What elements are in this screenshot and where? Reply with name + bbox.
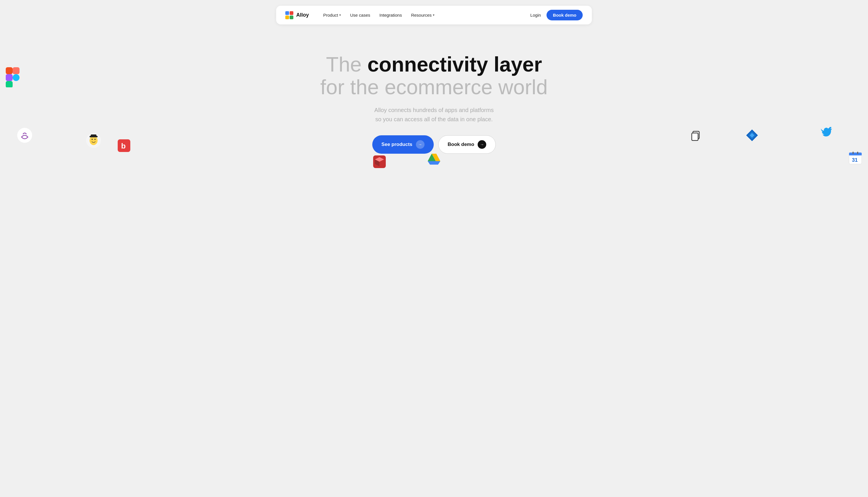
navbar-wrapper: Alloy Product ▾ Use cases Integrations R… xyxy=(0,0,868,30)
alloy-logo-icon xyxy=(285,11,293,19)
svg-rect-13 xyxy=(692,133,698,141)
login-button[interactable]: Login xyxy=(530,13,541,17)
see-products-arrow-icon: → xyxy=(416,140,425,149)
svg-point-17 xyxy=(94,139,95,140)
hero-section: b The connectivity layer for the ecommer… xyxy=(0,30,868,165)
shogun-icon xyxy=(17,128,32,143)
bolt-icon: b xyxy=(118,139,130,152)
chevron-down-icon: ▾ xyxy=(339,13,341,17)
google-calendar-icon: 31 xyxy=(849,151,862,165)
nav-integrations[interactable]: Integrations xyxy=(380,13,402,17)
svg-rect-7 xyxy=(6,81,13,88)
google-drive-icon xyxy=(428,153,440,165)
twitter-icon xyxy=(821,125,834,138)
svg-text:b: b xyxy=(121,142,126,150)
svg-rect-0 xyxy=(285,11,289,15)
svg-marker-33 xyxy=(428,161,440,165)
figma-icon xyxy=(6,70,19,84)
svg-rect-19 xyxy=(91,134,97,137)
hero-title-part1: The xyxy=(326,53,367,76)
book-demo-arrow-icon: → xyxy=(477,140,486,149)
nav-use-cases[interactable]: Use cases xyxy=(350,13,370,17)
svg-rect-27 xyxy=(857,152,858,154)
book-demo-nav-button[interactable]: Book demo xyxy=(546,10,583,20)
hero-buttons: See products → Book demo → xyxy=(372,135,496,154)
svg-rect-4 xyxy=(6,67,13,74)
nav-actions: Login Book demo xyxy=(530,10,583,20)
svg-rect-26 xyxy=(853,152,854,154)
nav-logo[interactable]: Alloy xyxy=(285,11,309,19)
cube-icon xyxy=(373,155,386,168)
navbar: Alloy Product ▾ Use cases Integrations R… xyxy=(276,6,592,25)
hero-title-bold: connectivity layer xyxy=(367,53,542,76)
svg-rect-6 xyxy=(6,74,13,81)
mailchimp-icon xyxy=(86,133,101,148)
mparticle-icon xyxy=(745,128,759,142)
chevron-down-icon: ▾ xyxy=(433,13,435,17)
svg-text:31: 31 xyxy=(852,157,858,163)
book-demo-hero-button[interactable]: Book demo → xyxy=(438,135,496,154)
svg-point-8 xyxy=(13,74,19,81)
copy-icon xyxy=(691,131,702,141)
nav-links: Product ▾ Use cases Integrations Resourc… xyxy=(323,13,519,17)
see-products-button[interactable]: See products → xyxy=(372,135,434,154)
svg-rect-1 xyxy=(290,11,293,15)
svg-rect-3 xyxy=(290,15,293,19)
svg-rect-24 xyxy=(849,154,862,155)
logo-text: Alloy xyxy=(296,12,309,18)
hero-title: The connectivity layer for the ecommerce… xyxy=(320,53,548,99)
svg-point-16 xyxy=(91,139,93,140)
hero-title-part2: for the ecommerce world xyxy=(320,75,548,99)
hero-subtitle: Alloy connects hundreds of apps and plat… xyxy=(374,105,494,124)
nav-resources[interactable]: Resources ▾ xyxy=(411,13,435,17)
svg-rect-5 xyxy=(13,67,19,74)
nav-product[interactable]: Product ▾ xyxy=(323,13,341,17)
svg-rect-2 xyxy=(285,15,289,19)
